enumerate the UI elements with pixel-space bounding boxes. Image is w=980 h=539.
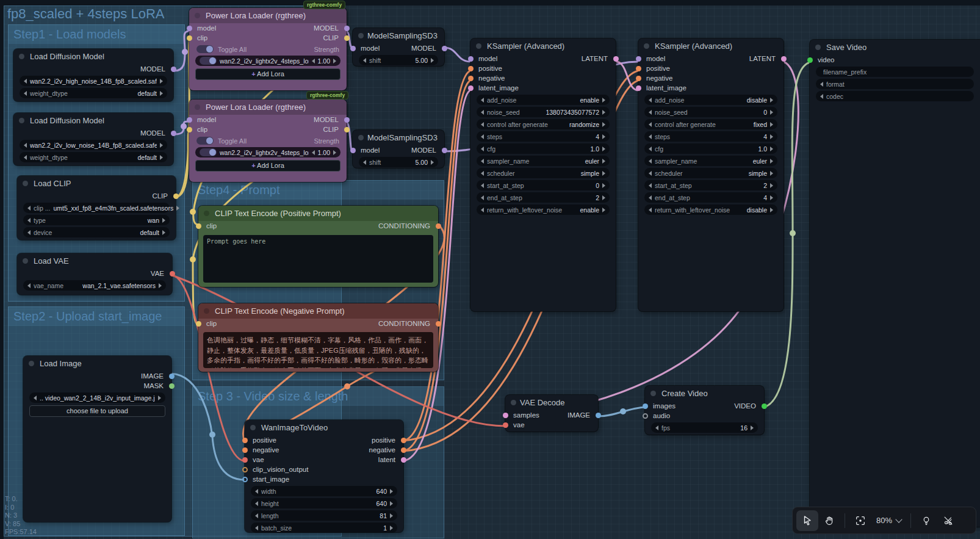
end-at-step-combo[interactable]: end_at_step4 [644, 192, 777, 203]
node-load-diffusion-2[interactable]: Load Diffusion Model MODEL wan2.2_i2v_lo… [13, 113, 173, 165]
next-arrow-icon[interactable] [160, 155, 163, 160]
model-output-dot[interactable] [171, 131, 176, 136]
node-load-clip[interactable]: Load CLIP CLIP clip ...umt5_xxl_fp8_e4m3… [17, 176, 176, 240]
images-input-dot[interactable] [643, 403, 648, 409]
workflow-title[interactable]: fp8_scaled + 4steps LoRA [7, 6, 164, 22]
clip-input-dot[interactable] [196, 223, 201, 229]
node-wan-image-to-video[interactable]: WanImageToVideo positivepositive negativ… [245, 420, 403, 532]
collapse-dot-icon[interactable] [23, 258, 28, 264]
prev-arrow-icon[interactable] [27, 230, 31, 235]
prev-arrow-icon[interactable] [363, 58, 366, 63]
steps-combo[interactable]: steps4 [644, 131, 777, 142]
clip-vision-input-dot[interactable] [242, 467, 248, 472]
model-input-dot[interactable] [350, 46, 356, 51]
toggle-links-button[interactable] [937, 510, 959, 531]
negative-output-dot[interactable] [401, 447, 406, 453]
collapse-dot-icon[interactable] [195, 13, 200, 18]
collapse-dot-icon[interactable] [358, 33, 364, 38]
video-output-dot[interactable] [762, 403, 767, 409]
select-tool-button[interactable] [796, 510, 818, 531]
latent-output-dot[interactable] [613, 56, 619, 62]
start-at-step-combo[interactable]: start_at_step2 [644, 180, 777, 190]
control-after-generate-combo[interactable]: control after generatefixed [644, 119, 777, 129]
collapse-dot-icon[interactable] [195, 104, 200, 110]
width-combo[interactable]: width640 [251, 486, 397, 496]
clip-output-dot[interactable] [344, 127, 350, 132]
shift-combo[interactable]: shift5.00 [359, 55, 438, 65]
clip-name-combo[interactable]: clip ...umt5_xxl_fp8_e4m3fn_scaled.safet… [23, 203, 170, 213]
choose-file-button[interactable]: choose file to upload [29, 405, 165, 417]
node-load-diffusion-1[interactable]: Load Diffusion Model MODEL wan2.2_i2v_hi… [13, 49, 173, 101]
zoom-dropdown[interactable]: 80% [871, 516, 906, 525]
positive-input-dot[interactable] [636, 66, 641, 71]
node-load-image[interactable]: Load Image IMAGE MASK .. video_wan2_2_14… [23, 356, 171, 522]
next-arrow-icon[interactable] [160, 143, 163, 148]
model-input-dot[interactable] [468, 56, 474, 62]
toggle-theme-button[interactable] [915, 510, 937, 531]
positive-output-dot[interactable] [401, 438, 406, 443]
group-step1-title[interactable]: Step1 - Load models [9, 25, 184, 44]
image-output-dot[interactable] [596, 413, 601, 418]
prev-arrow-icon[interactable] [24, 91, 27, 96]
next-arrow-icon[interactable] [160, 91, 163, 96]
model-output-dot[interactable] [344, 117, 350, 123]
latent-image-input-dot[interactable] [636, 85, 641, 91]
prev-arrow-icon[interactable] [24, 143, 27, 148]
samples-input-dot[interactable] [503, 413, 508, 418]
node-ksampler-advanced-1[interactable]: KSampler (Advanced) modelLATENT positive… [470, 38, 616, 311]
model-input-dot[interactable] [187, 26, 192, 31]
node-model-sampling-sd3-2[interactable]: ModelSamplingSD3 modelMODEL shift5.00 [353, 130, 444, 168]
collapse-dot-icon[interactable] [250, 425, 256, 430]
vae-input-dot[interactable] [503, 422, 508, 428]
next-arrow-icon[interactable] [162, 230, 165, 235]
negative-input-dot[interactable] [468, 76, 474, 81]
add-noise-combo[interactable]: add_noisedisable [644, 95, 777, 105]
device-combo[interactable]: devicedefault [23, 227, 170, 237]
next-arrow-icon[interactable] [176, 206, 179, 211]
type-combo[interactable]: typewan [23, 215, 170, 225]
negative-prompt-textarea[interactable]: 色调艳丽，过曝，静态，细节模糊不清，字幕，风格，作品，画作，画面，静止，整体发灰… [203, 332, 433, 368]
collapse-dot-icon[interactable] [204, 211, 209, 216]
collapse-dot-icon[interactable] [29, 361, 34, 366]
start-image-input-dot[interactable] [242, 477, 248, 482]
image-file-combo[interactable]: .. video_wan2_2_14B_i2v_input_image.jpg [29, 392, 165, 403]
audio-input-dot[interactable] [643, 413, 648, 419]
lora-toggle[interactable] [200, 148, 217, 156]
model-output-dot[interactable] [442, 46, 447, 51]
pan-tool-button[interactable] [818, 510, 840, 531]
next-arrow-icon[interactable] [431, 58, 434, 63]
control-after-generate-combo[interactable]: control after generaterandomize [477, 119, 610, 129]
image-output-dot[interactable] [169, 374, 175, 379]
weight-dtype-combo[interactable]: weight_dtypedefault [20, 152, 167, 162]
vae-name-combo[interactable]: vae_namewan_2.1_vae.safetensors [23, 280, 166, 291]
prev-arrow-icon[interactable] [363, 160, 366, 165]
start-at-step-combo[interactable]: start_at_step0 [477, 180, 610, 190]
filename-prefix-input[interactable]: filename_prefix [816, 67, 974, 77]
next-arrow-icon[interactable] [162, 218, 165, 223]
node-save-video[interactable]: Save Video video filename_prefix format … [810, 40, 980, 527]
sampler-name-combo[interactable]: sampler_nameeuler [477, 156, 610, 166]
prev-arrow-icon[interactable] [24, 79, 27, 84]
latent-output-dot[interactable] [781, 56, 787, 62]
prev-arrow-icon[interactable] [27, 218, 31, 223]
scheduler-combo[interactable]: schedulersimple [644, 168, 777, 178]
conditioning-output-dot[interactable] [436, 223, 441, 229]
positive-input-dot[interactable] [242, 438, 248, 443]
node-create-video[interactable]: Create Video imagesVIDEO audio fps16 [645, 386, 764, 435]
batch-size-combo[interactable]: batch_size1 [251, 523, 397, 533]
positive-prompt-textarea[interactable]: Prompt goes here [203, 235, 433, 283]
collapse-dot-icon[interactable] [815, 45, 821, 50]
group-step3-title[interactable]: Step 3 - Video size & length [193, 387, 444, 406]
latent-output-dot[interactable] [401, 457, 406, 463]
decrement-icon[interactable] [312, 59, 315, 63]
add-lora-button[interactable]: + Add Lora [195, 68, 340, 80]
vae-output-dot[interactable] [170, 271, 175, 277]
toggle-all-switch[interactable] [196, 45, 214, 53]
clip-output-dot[interactable] [173, 194, 179, 199]
increment-icon[interactable] [333, 150, 336, 155]
node-power-lora-loader-1[interactable]: Power Lora Loader (rgthree) modelMODEL c… [189, 8, 347, 90]
scheduler-combo[interactable]: schedulersimple [477, 168, 610, 178]
weight-dtype-combo[interactable]: weight_dtypedefault [20, 88, 167, 98]
next-arrow-icon[interactable] [158, 396, 161, 400]
collapse-dot-icon[interactable] [644, 43, 649, 49]
